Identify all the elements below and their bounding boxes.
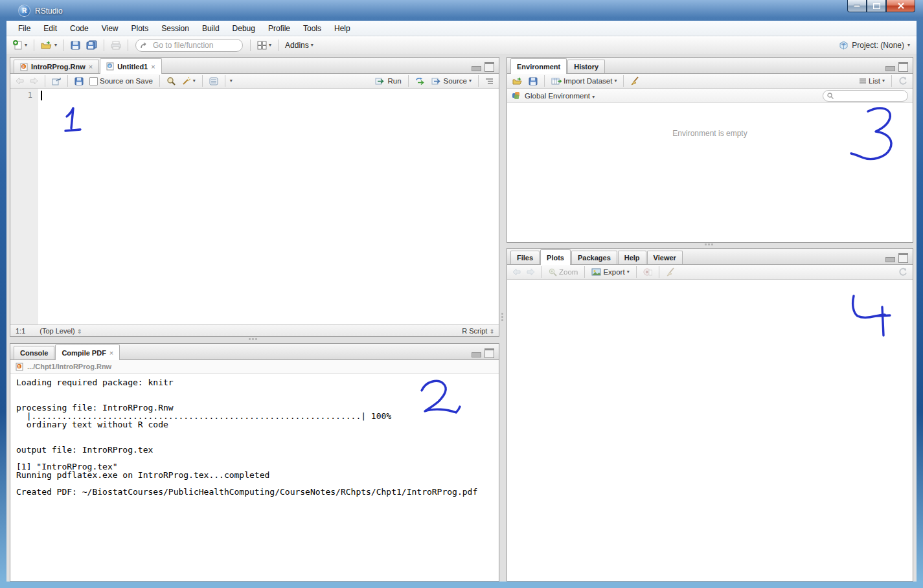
source-on-save-toggle[interactable]: Source on Save bbox=[87, 76, 155, 87]
panes-layout-button[interactable]: ▾ bbox=[255, 40, 273, 51]
menu-build[interactable]: Build bbox=[196, 21, 226, 36]
right-splitter-grip[interactable] bbox=[705, 243, 713, 245]
pane-maximize-icon[interactable] bbox=[484, 348, 494, 358]
load-workspace-button[interactable] bbox=[510, 76, 525, 87]
minimize-button[interactable] bbox=[847, 0, 867, 12]
save-workspace-button[interactable] bbox=[527, 76, 540, 87]
breadcrumb-path: .../Chpt1/IntroRProg.Rnw bbox=[27, 363, 111, 370]
more-tools-caret[interactable]: ▾ bbox=[230, 78, 233, 84]
cursor-position: 1:1 bbox=[16, 327, 25, 335]
tab-history[interactable]: History bbox=[567, 60, 605, 73]
pane-maximize-icon[interactable] bbox=[484, 62, 494, 72]
refresh-environment-button[interactable] bbox=[896, 75, 909, 87]
tab-compile-pdf[interactable]: Compile PDF × bbox=[55, 345, 120, 360]
menu-help[interactable]: Help bbox=[328, 21, 357, 36]
tab-packages[interactable]: Packages bbox=[571, 251, 617, 264]
source-statusbar: 1:1 (Top Level) ⇕ R Script ⇕ bbox=[10, 324, 499, 336]
refresh-icon bbox=[898, 267, 907, 277]
rerun-button[interactable] bbox=[413, 76, 427, 87]
code-editor[interactable]: 1 bbox=[10, 89, 499, 324]
toolbar-separator bbox=[225, 75, 225, 87]
language-selector[interactable]: R Script ⇕ bbox=[462, 327, 494, 335]
pane-minimize-icon[interactable] bbox=[472, 352, 481, 357]
compile-output-area[interactable]: Loading required package: knitr processi… bbox=[10, 374, 499, 581]
back-icon bbox=[512, 268, 521, 276]
previous-plot-button[interactable] bbox=[510, 267, 523, 277]
goto-file-input[interactable] bbox=[152, 40, 225, 51]
remove-plot-button[interactable] bbox=[641, 267, 654, 278]
tab-close-icon[interactable]: × bbox=[109, 349, 113, 357]
run-button[interactable]: Run bbox=[373, 76, 403, 87]
refresh-plots-button[interactable] bbox=[896, 266, 909, 278]
pane-maximize-icon[interactable] bbox=[898, 253, 908, 263]
menu-edit[interactable]: Edit bbox=[37, 21, 63, 36]
open-file-button[interactable]: ▾ bbox=[39, 40, 59, 51]
pane-maximize-icon[interactable] bbox=[898, 62, 908, 72]
project-menu-button[interactable]: R Project: (None) ▾ bbox=[839, 41, 913, 50]
editor-body[interactable] bbox=[38, 89, 499, 324]
tab-plots[interactable]: Plots bbox=[540, 249, 571, 265]
addins-button[interactable]: Addins ▾ bbox=[283, 40, 315, 51]
environment-scope-selector[interactable]: Global Environment ▾ bbox=[525, 92, 595, 100]
menu-session[interactable]: Session bbox=[155, 21, 196, 36]
environment-search-input[interactable] bbox=[836, 91, 895, 100]
clear-environment-button[interactable] bbox=[628, 75, 641, 87]
menu-file[interactable]: File bbox=[12, 21, 37, 36]
tab-environment[interactable]: Environment bbox=[510, 58, 567, 74]
environment-pane: Environment History bbox=[507, 57, 913, 243]
find-replace-button[interactable] bbox=[165, 75, 177, 87]
goto-file-search[interactable] bbox=[135, 39, 243, 52]
maximize-button[interactable] bbox=[867, 0, 886, 12]
tab-help[interactable]: Help bbox=[618, 251, 646, 264]
pane-minimize-icon[interactable] bbox=[885, 257, 895, 262]
list-view-button[interactable]: List ▾ bbox=[857, 76, 887, 86]
close-button[interactable] bbox=[886, 0, 915, 12]
save-all-button[interactable] bbox=[84, 39, 99, 51]
tab-close-icon[interactable]: × bbox=[89, 63, 93, 71]
document-outline-button[interactable] bbox=[483, 76, 496, 86]
environment-search[interactable] bbox=[823, 90, 908, 102]
compile-notebook-button[interactable] bbox=[207, 76, 220, 87]
file-rnw-icon: R bbox=[16, 363, 23, 371]
next-plot-button[interactable] bbox=[525, 267, 537, 277]
menu-tools[interactable]: Tools bbox=[297, 21, 328, 36]
nav-back-button[interactable] bbox=[14, 76, 26, 86]
menu-code[interactable]: Code bbox=[63, 21, 95, 36]
nav-forward-button[interactable] bbox=[28, 76, 40, 86]
menu-view[interactable]: View bbox=[95, 21, 125, 36]
zoom-plot-button[interactable]: Zoom bbox=[547, 267, 580, 278]
menu-profile[interactable]: Profile bbox=[262, 21, 297, 36]
tab-files[interactable]: Files bbox=[510, 251, 540, 264]
source-on-save-checkbox[interactable] bbox=[89, 77, 98, 85]
titlebar[interactable]: R RStudio bbox=[0, 0, 923, 21]
new-file-button[interactable]: ▾ bbox=[10, 39, 29, 52]
menu-plots[interactable]: Plots bbox=[125, 21, 155, 36]
popout-window-button[interactable] bbox=[50, 76, 63, 87]
pane-minimize-icon[interactable] bbox=[885, 66, 895, 71]
save-source-button[interactable] bbox=[73, 76, 85, 87]
tab-untitled1[interactable]: R Untitled1 × bbox=[100, 58, 162, 74]
pane-minimize-icon[interactable] bbox=[472, 66, 481, 71]
code-tools-button[interactable]: ▾ bbox=[179, 75, 198, 87]
tab-console[interactable]: Console bbox=[14, 346, 54, 359]
source-button[interactable]: Source ▾ bbox=[429, 76, 473, 87]
vertical-splitter-grip[interactable] bbox=[501, 313, 503, 321]
toolbar-separator bbox=[544, 75, 545, 87]
print-button[interactable] bbox=[109, 40, 123, 51]
close-icon bbox=[898, 3, 904, 9]
plots-tabstrip: Files Plots Packages Help Viewer bbox=[507, 249, 913, 265]
scope-selector[interactable]: (Top Level) ⇕ bbox=[40, 327, 81, 335]
tab-introrprog-rnw[interactable]: R IntroRProg.Rnw × bbox=[14, 60, 99, 73]
tab-close-icon[interactable]: × bbox=[151, 63, 155, 71]
toolbar-separator bbox=[128, 40, 128, 51]
menu-debug[interactable]: Debug bbox=[226, 21, 262, 36]
tab-label: Viewer bbox=[654, 254, 676, 262]
new-file-icon bbox=[12, 40, 23, 51]
import-dataset-button[interactable]: Import Dataset ▾ bbox=[549, 76, 619, 87]
tab-viewer[interactable]: Viewer bbox=[647, 251, 683, 264]
export-plot-button[interactable]: Export ▾ bbox=[589, 267, 631, 277]
new-file-caret: ▾ bbox=[25, 43, 27, 48]
clear-plots-button[interactable] bbox=[664, 266, 677, 278]
horizontal-splitter-grip[interactable] bbox=[249, 338, 257, 340]
save-button[interactable] bbox=[69, 40, 82, 51]
